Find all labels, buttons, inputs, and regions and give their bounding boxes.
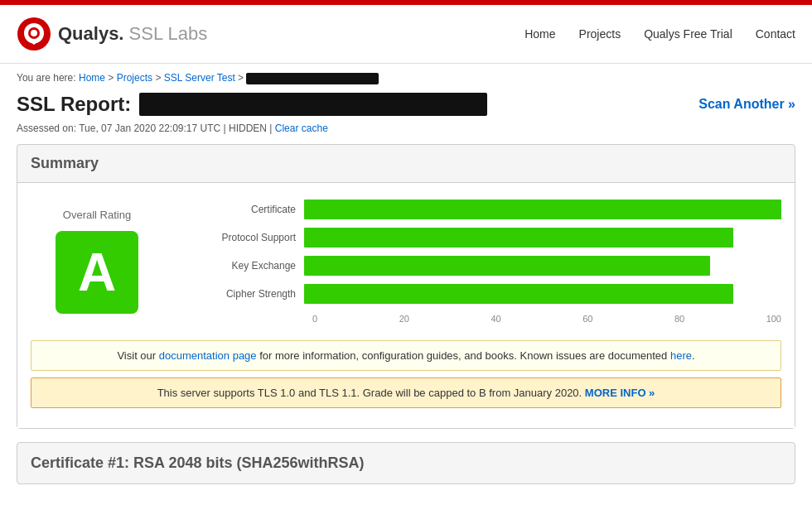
page-title-row: SSL Report: Scan Another » [0, 88, 812, 123]
bar-row-protocol: Protocol Support [205, 228, 781, 248]
qualys-logo-icon [17, 17, 51, 51]
grade-box: A [56, 231, 138, 314]
certificate-title: Certificate #1: RSA 2048 bits (SHA256wit… [17, 443, 795, 483]
bar-row-key-exchange: Key Exchange [205, 256, 781, 276]
certificate-card: Certificate #1: RSA 2048 bits (SHA256wit… [17, 442, 795, 484]
nav-free-trial[interactable]: Qualys Free Trial [644, 27, 732, 41]
main-content: Summary Overall Rating A Certificate Pro [0, 144, 812, 501]
axis-row: 0 20 40 60 80 100 [205, 312, 781, 324]
bar-track-certificate [304, 200, 781, 219]
overall-rating-label: Overall Rating [63, 209, 131, 221]
scan-another-link[interactable]: Scan Another » [698, 97, 795, 112]
here-link[interactable]: here [670, 349, 692, 362]
bar-fill-protocol [304, 228, 733, 248]
bar-label-protocol: Protocol Support [205, 232, 304, 243]
summary-card: Summary Overall Rating A Certificate Pro [17, 144, 795, 429]
page-title: SSL Report: [17, 93, 487, 116]
bar-track-protocol [304, 228, 781, 248]
page-header: Qualys. SSL Labs Home Projects Qualys Fr… [0, 5, 812, 64]
grade-letter: A [78, 246, 116, 299]
nav-contact[interactable]: Contact [756, 27, 795, 41]
bar-chart: Certificate Protocol Support Key Exchang… [196, 200, 781, 324]
bar-label-certificate: Certificate [205, 204, 304, 215]
breadcrumb-prefix: You are here: [17, 72, 76, 84]
axis-labels: 0 20 40 60 80 100 [312, 312, 781, 324]
hostname-redacted [139, 93, 487, 116]
summary-body: Overall Rating A Certificate Protocol Su… [17, 183, 795, 340]
bar-fill-certificate [304, 200, 781, 219]
main-nav: Home Projects Qualys Free Trial Contact [524, 27, 795, 41]
more-info-link[interactable]: MORE INFO » [585, 387, 655, 399]
bar-row-certificate: Certificate [205, 200, 781, 219]
documentation-link[interactable]: documentation page [159, 349, 257, 362]
banner-warning: This server supports TLS 1.0 and TLS 1.1… [31, 378, 781, 408]
bar-label-cipher: Cipher Strength [205, 288, 304, 300]
bar-row-cipher: Cipher Strength [205, 284, 781, 304]
breadcrumb-ssl-server-test[interactable]: SSL Server Test [164, 72, 235, 84]
banner-info: Visit our documentation page for more in… [31, 340, 781, 371]
assessed-datetime: Tue, 07 Jan 2020 22:09:17 UTC [79, 123, 220, 134]
bar-track-key-exchange [304, 256, 781, 276]
nav-projects[interactable]: Projects [579, 27, 621, 41]
svg-point-2 [31, 30, 37, 36]
logo-text: Qualys. SSL Labs [58, 23, 207, 45]
bar-label-key-exchange: Key Exchange [205, 260, 304, 272]
breadcrumb-redacted [246, 73, 379, 84]
nav-home[interactable]: Home [524, 27, 555, 41]
grade-area: Overall Rating A [31, 209, 163, 314]
bar-fill-cipher [304, 284, 733, 304]
clear-cache-link[interactable]: Clear cache [275, 123, 328, 134]
hidden-label: HIDDEN [229, 123, 267, 134]
bar-track-cipher [304, 284, 781, 304]
breadcrumb-home[interactable]: Home [79, 72, 105, 84]
bar-fill-key-exchange [304, 256, 710, 276]
info-banners: Visit our documentation page for more in… [17, 340, 795, 428]
summary-title: Summary [17, 145, 795, 183]
breadcrumb: You are here: Home > Projects > SSL Serv… [0, 64, 812, 88]
breadcrumb-projects[interactable]: Projects [117, 72, 152, 84]
logo-area: Qualys. SSL Labs [17, 17, 207, 51]
assessed-row: Assessed on: Tue, 07 Jan 2020 22:09:17 U… [0, 123, 812, 144]
